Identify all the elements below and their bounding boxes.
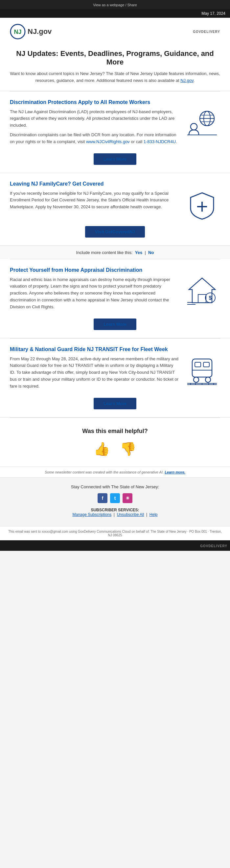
hero-body: Want to know about current topics in New… xyxy=(10,70,220,84)
article-discrimination-icon xyxy=(184,108,220,139)
article-familycare-text: If you've recently become ineligible for… xyxy=(10,190,179,213)
include-yes-link[interactable]: Yes xyxy=(135,250,142,255)
top-bar: View as a webpage / Share xyxy=(0,0,230,9)
govdelivery-logo: GOVDELIVERY xyxy=(193,30,220,34)
article-discrimination-btn-container: Learn More xyxy=(10,153,220,165)
header: NJ NJ.gov GOVDELIVERY xyxy=(0,18,230,43)
hero-section: NJ Updates: Events, Deadlines, Programs,… xyxy=(0,43,230,91)
bottom-bar-text: This email was sent to xxxxx@gmail.com u… xyxy=(8,530,222,537)
svg-point-7 xyxy=(191,123,197,130)
discrimination-learn-more-button[interactable]: Learn More xyxy=(93,153,137,165)
date-text: May 17, 2024 xyxy=(201,11,225,16)
unsubscribe-all-link[interactable]: Unsubscribe All xyxy=(117,512,144,517)
svg-rect-18 xyxy=(195,362,201,367)
article-discrimination-p1: The NJ Law Against Discrimination (LAD) … xyxy=(10,108,179,129)
article-familycare-icon xyxy=(184,190,220,221)
article-transit-p1: From May 22 through May 28, 2024, active… xyxy=(10,356,179,390)
include-bar: Include more content like this: Yes | No xyxy=(0,246,230,259)
train-icon xyxy=(186,356,219,385)
hero-title: NJ Updates: Events, Deadlines, Programs,… xyxy=(10,49,220,66)
svg-rect-17 xyxy=(192,359,212,377)
phone-link[interactable]: 1-833-NJDCR4U xyxy=(144,139,176,144)
globe-person-icon xyxy=(186,108,219,138)
article-familycare-title: Leaving NJ FamilyCare? Get Covered xyxy=(10,181,220,187)
article-transit-title: Military & National Guard Ride NJ TRANSI… xyxy=(10,346,220,352)
include-no-link[interactable]: No xyxy=(148,250,154,255)
instagram-icon[interactable]: ☀ xyxy=(122,493,132,503)
article-transit: Military & National Guard Ride NJ TRANSI… xyxy=(0,339,230,417)
article-transit-btn-container: Learn More xyxy=(10,398,220,409)
ai-notice-text: Some newsletter content was created with… xyxy=(45,470,164,474)
footer: Stay Connected with The State of New Jer… xyxy=(0,478,230,526)
article-discrimination-p2: Discrimination complaints can be filed w… xyxy=(10,132,179,146)
govdelivery-footer-label: GOVDELIVERY xyxy=(200,544,227,548)
ai-learn-more-link[interactable]: Learn more. xyxy=(165,470,185,474)
svg-point-22 xyxy=(205,377,210,382)
thumbs-down-button[interactable]: 👎 xyxy=(120,441,137,457)
facebook-icon[interactable]: f xyxy=(98,493,108,503)
feedback-title: Was this email helpful? xyxy=(10,428,220,435)
article-familycare-btn-container: Visit GetCoveredNJ xyxy=(10,226,220,238)
subscriber-services: SUBSCRIBER SERVICES: Manage Subscription… xyxy=(10,508,220,517)
thumbs-up-button[interactable]: 👍 xyxy=(93,441,110,457)
svg-text:NJ: NJ xyxy=(14,29,22,35)
article-familycare-p1: If you've recently become ineligible for… xyxy=(10,190,179,211)
help-link[interactable]: Help xyxy=(150,512,158,517)
article-familycare: Leaving NJ FamilyCare? Get Covered If yo… xyxy=(0,173,230,246)
article-appraisal-icon: $ xyxy=(184,276,220,307)
svg-text:$: $ xyxy=(209,295,212,301)
bottom-bar: This email was sent to xxxxx@gmail.com u… xyxy=(0,526,230,540)
article-appraisal: Protect Yourself from Home Appraisal Dis… xyxy=(0,259,230,338)
article-transit-text: From May 22 through May 28, 2024, active… xyxy=(10,356,179,393)
nj-logo: NJ NJ.gov xyxy=(10,24,51,39)
article-discrimination: Discrimination Protections Apply to All … xyxy=(0,91,230,173)
site-name: NJ.gov xyxy=(28,27,51,36)
transit-learn-more-button[interactable]: Learn More xyxy=(93,398,137,409)
date-bar: May 17, 2024 xyxy=(0,9,230,18)
govdelivery-footer: GOVDELIVERY xyxy=(0,540,230,551)
social-icons: f t ☀ xyxy=(10,493,220,503)
thumbs-container: 👍 👎 xyxy=(10,441,220,457)
article-discrimination-title: Discrimination Protections Apply to All … xyxy=(10,99,220,105)
house-dollar-icon: $ xyxy=(186,276,219,306)
shield-plus-icon xyxy=(186,190,219,220)
article-discrimination-text: The NJ Law Against Discrimination (LAD) … xyxy=(10,108,179,148)
article-appraisal-title: Protect Yourself from Home Appraisal Dis… xyxy=(10,267,220,273)
article-appraisal-p1: Racial and ethnic bias in home appraisal… xyxy=(10,276,179,311)
ai-notice: Some newsletter content was created with… xyxy=(0,467,230,478)
svg-point-21 xyxy=(194,377,199,382)
familycare-visit-button[interactable]: Visit GetCoveredNJ xyxy=(85,226,145,238)
svg-rect-19 xyxy=(203,362,209,367)
feedback-section: Was this email helpful? 👍 👎 xyxy=(0,418,230,467)
article-appraisal-btn-container: Learn More xyxy=(10,318,220,330)
nj-logo-icon: NJ xyxy=(10,24,26,39)
manage-subscriptions-link[interactable]: Manage Subscriptions xyxy=(72,512,111,517)
hero-njgov-link[interactable]: NJ.gov xyxy=(180,78,194,83)
svg-rect-12 xyxy=(198,294,206,303)
footer-title: Stay Connected with The State of New Jer… xyxy=(10,484,220,489)
include-label: Include more content like this: xyxy=(76,250,133,255)
njcivilrights-link[interactable]: www.NJCivilRights.gov xyxy=(86,139,130,144)
article-transit-icon xyxy=(184,356,220,386)
article-appraisal-text: Racial and ethnic bias in home appraisal… xyxy=(10,276,179,313)
subscriber-services-label: SUBSCRIBER SERVICES: xyxy=(91,508,139,512)
appraisal-learn-more-button[interactable]: Learn More xyxy=(93,318,137,330)
twitter-icon[interactable]: t xyxy=(110,493,120,503)
view-webpage-link[interactable]: View as a webpage / Share xyxy=(93,3,137,7)
